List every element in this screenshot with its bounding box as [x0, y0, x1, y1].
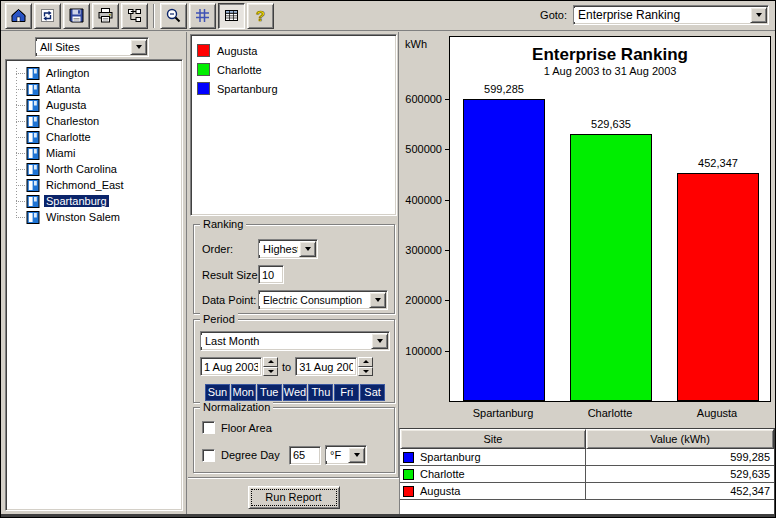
- help-button[interactable]: ?: [247, 3, 274, 29]
- legend-item-label: Charlotte: [217, 64, 262, 76]
- order-combobox[interactable]: Highest: [258, 239, 318, 259]
- data-point-value: Electric Consumption: [259, 294, 368, 306]
- data-point-combobox[interactable]: Electric Consumption: [258, 290, 388, 310]
- chart-x-axis: SpartanburgCharlotteAugusta: [449, 407, 771, 423]
- degree-day-input[interactable]: [289, 446, 321, 465]
- table-header-site[interactable]: Site: [400, 429, 586, 449]
- tree-item-charleston[interactable]: Charleston: [6, 113, 182, 129]
- table-header-value-kwh-[interactable]: Value (kWh): [586, 429, 774, 449]
- day-toggle-thu[interactable]: Thu: [308, 384, 333, 401]
- normalization-group-title: Normalization: [200, 401, 273, 413]
- bar-value-label-charlotte: 529,635: [566, 118, 656, 130]
- degree-unit-arrow-icon[interactable]: [348, 447, 365, 463]
- period-preset-arrow-icon[interactable]: [371, 333, 388, 349]
- order-label: Order:: [202, 243, 258, 255]
- tree-item-richmond-east[interactable]: Richmond_East: [6, 177, 182, 193]
- period-group-title: Period: [200, 313, 238, 325]
- period-preset-combobox[interactable]: Last Month: [200, 331, 390, 351]
- window-bottom-edge: [1, 514, 776, 517]
- goto-area: Goto: Enterprise Ranking: [540, 5, 769, 25]
- order-arrow-icon[interactable]: [299, 241, 316, 257]
- table-row-augusta[interactable]: Augusta452,347: [400, 483, 774, 500]
- day-toggle-sun[interactable]: Sun: [205, 384, 230, 401]
- y-tick-label: 100000: [405, 345, 442, 357]
- refresh-button[interactable]: [34, 3, 61, 29]
- site-icon: [26, 83, 41, 96]
- start-date-spinner[interactable]: [263, 357, 278, 376]
- period-preset-value: Last Month: [201, 335, 370, 347]
- tree-view-button[interactable]: [121, 3, 148, 29]
- period-group: Period Last Month to SunMonTueWedThuFriS…: [193, 319, 395, 403]
- data-point-label: Data Point:: [202, 294, 258, 306]
- grid-button[interactable]: [189, 3, 216, 29]
- table-row-spartanburg[interactable]: Spartanburg599,285: [400, 449, 774, 466]
- site-name: Spartanburg: [420, 451, 481, 463]
- run-report-button[interactable]: Run Report: [248, 486, 340, 509]
- table-view-icon: [223, 7, 240, 24]
- sites-filter-value: All Sites: [36, 41, 129, 53]
- tree-item-miami[interactable]: Miami: [6, 145, 182, 161]
- goto-combobox[interactable]: Enterprise Ranking: [573, 5, 769, 25]
- legend-item-spartanburg: Spartanburg: [197, 79, 396, 98]
- y-tick-label: 200000: [405, 294, 442, 306]
- x-category-label-charlotte: Charlotte: [560, 407, 660, 419]
- spin-down-icon[interactable]: [358, 367, 373, 377]
- day-toggle-wed[interactable]: Wed: [283, 384, 308, 401]
- tree-branch-line: [16, 73, 25, 74]
- day-toggle-sat[interactable]: Sat: [360, 384, 385, 401]
- table-row-charlotte[interactable]: Charlotte529,635: [400, 466, 774, 483]
- ranking-group-title: Ranking: [200, 218, 246, 230]
- tree-item-arlington[interactable]: Arlington: [6, 65, 182, 81]
- sites-filter-arrow-icon[interactable]: [130, 39, 147, 55]
- site-icon: [26, 163, 41, 176]
- data-point-arrow-icon[interactable]: [369, 292, 386, 308]
- day-toggle-fri[interactable]: Fri: [334, 384, 359, 401]
- toolbar-separator: [153, 4, 155, 28]
- result-size-input[interactable]: [258, 265, 284, 284]
- tree-item-atlanta[interactable]: Atlanta: [6, 81, 182, 97]
- tree-item-augusta[interactable]: Augusta: [6, 97, 182, 113]
- spin-up-icon[interactable]: [263, 357, 278, 367]
- table-view-button[interactable]: [218, 3, 245, 29]
- chart-region: kWh 100000200000300000400000500000600000…: [399, 31, 775, 427]
- home-icon: [10, 7, 27, 24]
- tree-item-label: Charlotte: [44, 131, 93, 143]
- bar-value-label-augusta: 452,347: [673, 157, 763, 169]
- refresh-icon: [39, 7, 56, 24]
- site-color-swatch: [403, 452, 414, 463]
- tree-item-label: Spartanburg: [44, 195, 109, 207]
- sites-filter-combobox[interactable]: All Sites: [35, 37, 149, 57]
- save-icon: [68, 7, 85, 24]
- day-toggle-mon[interactable]: Mon: [231, 384, 256, 401]
- tree-item-spartanburg[interactable]: Spartanburg: [6, 193, 182, 209]
- data-point-row: Data Point: Electric Consumption: [202, 290, 388, 310]
- spin-up-icon[interactable]: [358, 357, 373, 367]
- tree-item-charlotte[interactable]: Charlotte: [6, 129, 182, 145]
- home-button[interactable]: [5, 3, 32, 29]
- tree-item-winston-salem[interactable]: Winston Salem: [6, 209, 182, 225]
- value-cell: 452,347: [586, 483, 774, 499]
- end-date-input[interactable]: [295, 357, 357, 376]
- chart-y-axis: 100000200000300000400000500000600000: [399, 36, 449, 401]
- tree-item-label: Atlanta: [44, 83, 82, 95]
- print-button[interactable]: [92, 3, 119, 29]
- site-name: Charlotte: [420, 468, 465, 480]
- site-cell: Spartanburg: [400, 449, 586, 465]
- tree-item-label: Richmond_East: [44, 179, 126, 191]
- goto-dropdown-arrow-icon[interactable]: [750, 7, 767, 23]
- save-button[interactable]: [63, 3, 90, 29]
- floor-area-checkbox[interactable]: [202, 421, 215, 434]
- tree-item-north-carolina[interactable]: North Carolina: [6, 161, 182, 177]
- site-icon: [26, 99, 41, 112]
- day-toggle-tue[interactable]: Tue: [257, 384, 282, 401]
- start-date-input[interactable]: [200, 357, 262, 376]
- goto-label: Goto:: [540, 9, 567, 21]
- legend-color-swatch: [197, 63, 210, 76]
- table-body: Spartanburg599,285Charlotte529,635August…: [400, 449, 774, 500]
- end-date-spinner[interactable]: [358, 357, 373, 376]
- site-name: Augusta: [420, 485, 460, 497]
- degree-unit-combobox[interactable]: °F: [325, 445, 367, 465]
- spin-down-icon[interactable]: [263, 367, 278, 377]
- zoom-out-button[interactable]: [160, 3, 187, 29]
- degree-day-checkbox[interactable]: [202, 449, 215, 462]
